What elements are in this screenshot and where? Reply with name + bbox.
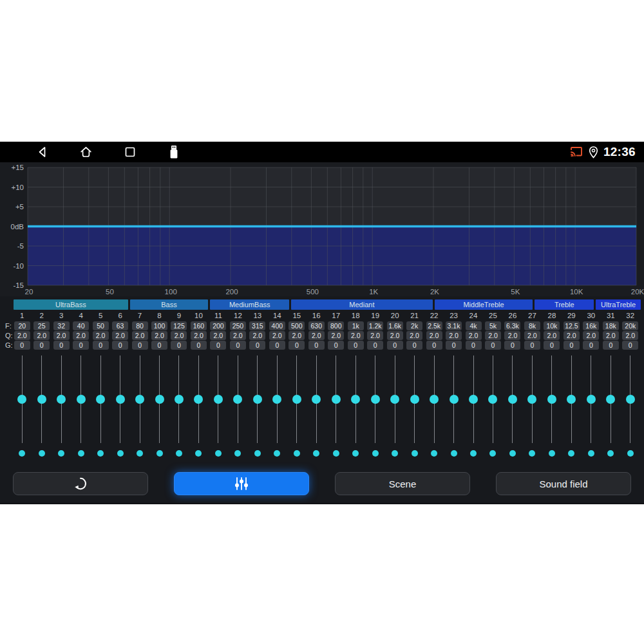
gain-slider-band-7[interactable] <box>130 355 149 443</box>
slider-knob[interactable] <box>527 395 536 404</box>
slider-knob[interactable] <box>450 395 459 404</box>
sound-field-button[interactable]: Sound field <box>496 472 631 495</box>
f-pill: 250 <box>230 321 246 330</box>
back-button[interactable] <box>35 145 50 160</box>
gain-slider-band-11[interactable] <box>209 355 228 443</box>
slider-knob[interactable] <box>312 395 321 404</box>
slider-knob[interactable] <box>272 395 281 404</box>
slider-knob[interactable] <box>155 395 164 404</box>
slider-knob[interactable] <box>351 395 360 404</box>
band-dot-1 <box>12 450 32 457</box>
slider-knob[interactable] <box>508 395 517 404</box>
f-value-band-21: 2k <box>404 321 424 330</box>
slider-knob[interactable] <box>96 395 105 404</box>
q-value-band-17: 2.0 <box>327 331 346 340</box>
slider-knob[interactable] <box>332 395 341 404</box>
g-pill: 0 <box>151 341 167 350</box>
gain-slider-band-8[interactable] <box>149 355 169 443</box>
slider-knob[interactable] <box>135 395 144 404</box>
gain-slider-band-12[interactable] <box>228 355 247 443</box>
f-value-band-30: 16k <box>582 321 601 330</box>
gain-slider-band-25[interactable] <box>483 355 502 443</box>
band-dot-10 <box>189 450 208 457</box>
band-number-20: 20 <box>385 311 404 320</box>
gain-slider-band-23[interactable] <box>444 355 463 443</box>
q-value-band-20: 2.0 <box>385 331 404 340</box>
slider-knob[interactable] <box>37 395 46 404</box>
reset-button[interactable] <box>13 472 148 495</box>
gain-slider-band-31[interactable] <box>601 355 620 443</box>
gain-slider-band-19[interactable] <box>365 355 384 443</box>
slider-knob[interactable] <box>469 395 478 404</box>
gain-slider-band-5[interactable] <box>91 355 110 443</box>
gain-slider-band-6[interactable] <box>110 355 129 443</box>
slider-knob[interactable] <box>292 395 301 404</box>
slider-knob[interactable] <box>488 395 497 404</box>
slider-knob[interactable] <box>175 395 184 404</box>
gain-slider-band-3[interactable] <box>52 355 71 443</box>
gain-slider-band-26[interactable] <box>503 355 522 443</box>
band-number-12: 12 <box>228 311 247 320</box>
gain-slider-band-27[interactable] <box>522 355 542 443</box>
gain-slider-band-21[interactable] <box>404 355 424 443</box>
band-indicator-dot <box>313 450 319 457</box>
usb-button[interactable] <box>166 145 181 160</box>
slider-knob[interactable] <box>567 395 576 404</box>
f-value-band-18: 1k <box>346 321 365 330</box>
gain-slider-band-1[interactable] <box>12 355 32 443</box>
slider-knob[interactable] <box>371 395 380 404</box>
band-number-7: 7 <box>130 311 149 320</box>
recents-button[interactable] <box>122 145 137 160</box>
equalizer-button[interactable] <box>174 472 309 495</box>
gain-slider-band-30[interactable] <box>582 355 601 443</box>
slider-knob[interactable] <box>253 395 262 404</box>
slider-knob[interactable] <box>194 395 203 404</box>
slider-knob[interactable] <box>430 395 439 404</box>
slider-knob[interactable] <box>390 395 399 404</box>
gain-slider-band-20[interactable] <box>385 355 404 443</box>
f-pill: 18k <box>603 321 619 330</box>
gain-slider-band-28[interactable] <box>542 355 562 443</box>
f-pill: 1.2k <box>367 321 383 330</box>
slider-knob[interactable] <box>547 395 556 404</box>
scene-button[interactable]: Scene <box>335 472 470 495</box>
slider-knob[interactable] <box>116 395 125 404</box>
svg-text:+10: +10 <box>11 184 24 191</box>
home-button[interactable] <box>79 145 93 160</box>
gain-slider-band-22[interactable] <box>424 355 444 443</box>
gain-slider-band-17[interactable] <box>327 355 346 443</box>
slider-knob[interactable] <box>587 395 596 404</box>
slider-knob[interactable] <box>606 395 615 404</box>
gain-slider-band-2[interactable] <box>32 355 51 443</box>
slider-knob[interactable] <box>214 395 223 404</box>
q-pill: 2.0 <box>191 331 207 340</box>
gain-slider-band-18[interactable] <box>346 355 365 443</box>
gain-slider-band-15[interactable] <box>287 355 307 443</box>
gain-slider-band-14[interactable] <box>267 355 287 443</box>
slider-knob[interactable] <box>626 395 635 404</box>
q-pill: 2.0 <box>603 331 619 340</box>
gain-slider-band-24[interactable] <box>464 355 483 443</box>
gain-slider-band-32[interactable] <box>621 355 640 443</box>
band-number-17: 17 <box>327 311 346 320</box>
slider-knob[interactable] <box>17 395 26 404</box>
gain-slider-band-9[interactable] <box>169 355 189 443</box>
slider-knob[interactable] <box>410 395 419 404</box>
g-value-band-9: 0 <box>169 341 189 350</box>
g-value-band-13: 0 <box>248 341 267 350</box>
q-value-band-29: 2.0 <box>562 331 581 340</box>
gain-slider-band-13[interactable] <box>248 355 267 443</box>
gain-slider-band-10[interactable] <box>189 355 208 443</box>
slider-knob[interactable] <box>57 395 66 404</box>
gain-slider-band-4[interactable] <box>71 355 90 443</box>
q-value-band-1: 2.0 <box>12 331 32 340</box>
g-pill: 0 <box>191 341 207 350</box>
g-pill: 0 <box>583 341 599 350</box>
gain-slider-band-16[interactable] <box>307 355 326 443</box>
slider-knob[interactable] <box>77 395 86 404</box>
svg-text:50: 50 <box>106 288 114 296</box>
g-pill: 0 <box>53 341 70 350</box>
gain-slider-band-29[interactable] <box>562 355 581 443</box>
slider-knob[interactable] <box>233 395 242 404</box>
band-number-25: 25 <box>483 311 502 320</box>
